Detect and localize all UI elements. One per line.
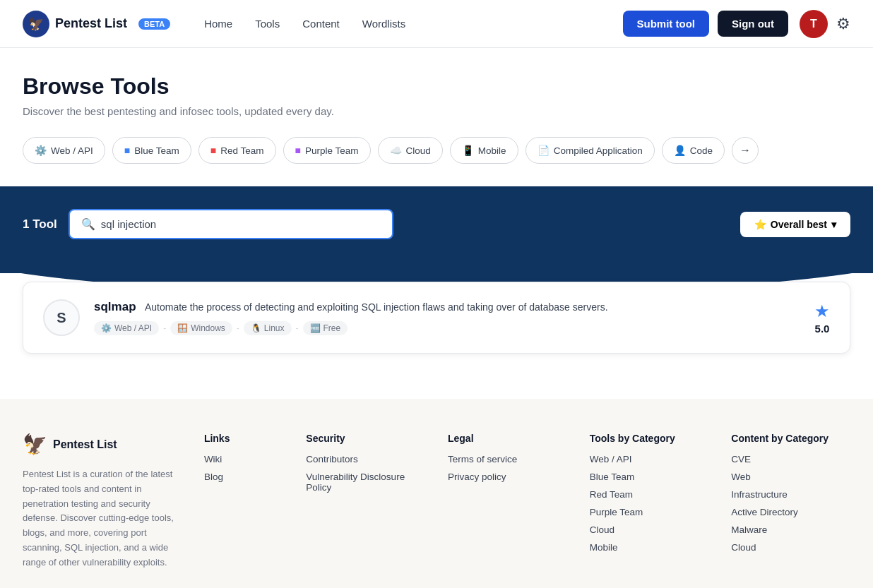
tool-tag-web-api: ⚙️ Web / API <box>94 321 159 335</box>
sort-label: Overall best <box>771 219 827 230</box>
footer-content-active-directory[interactable]: Active Directory <box>731 507 850 517</box>
tag-linux-icon: 🐧 <box>251 323 261 333</box>
filter-label-compiled-app: Compiled Application <box>554 145 643 156</box>
footer-link-terms[interactable]: Terms of service <box>448 454 567 464</box>
svg-text:🦅: 🦅 <box>28 16 44 32</box>
tool-name: sqlmap <box>94 300 136 313</box>
browse-subtitle: Discover the best pentesting and infosec… <box>23 105 850 117</box>
nav-beta-badge: BETA <box>138 18 170 30</box>
filter-label-purple-team: Purple Team <box>305 145 359 156</box>
footer-tool-blue-team[interactable]: Blue Team <box>590 472 709 482</box>
gear-icon[interactable]: ⚙ <box>836 15 850 33</box>
filter-label-cloud: Cloud <box>406 145 431 156</box>
filter-chip-red-team[interactable]: ■ Red Team <box>198 137 276 164</box>
scroll-right-button[interactable]: → <box>732 137 759 164</box>
footer-tools-col: Tools by Category Web / API Blue Team Re… <box>590 433 709 570</box>
tool-tag-linux: 🐧 Linux <box>244 321 292 335</box>
footer-content-web[interactable]: Web <box>731 472 850 482</box>
nav-links: Home Tools Content Wordlists <box>204 18 405 30</box>
tag-divider-3: - <box>296 323 299 333</box>
tool-avatar: S <box>43 299 80 336</box>
footer-tool-web-api[interactable]: Web / API <box>590 454 709 464</box>
blue-team-icon: ■ <box>124 145 130 156</box>
footer-tool-red-team[interactable]: Red Team <box>590 489 709 500</box>
nav-link-content[interactable]: Content <box>302 18 340 30</box>
footer-link-blog[interactable]: Blog <box>204 472 283 482</box>
footer-logo-text: Pentest List <box>53 438 117 451</box>
footer-tool-purple-team[interactable]: Purple Team <box>590 507 709 517</box>
footer-content-title: Content by Category <box>731 433 850 444</box>
search-row: 1 Tool 🔍 ⭐ Overall best ▾ <box>23 209 850 239</box>
nav-link-tools[interactable]: Tools <box>255 18 280 30</box>
browse-title: Browse Tools <box>23 73 850 100</box>
tag-divider-1: - <box>163 323 166 333</box>
nav-logo[interactable]: 🦅 Pentest List BETA <box>23 11 170 37</box>
filter-label-mobile: Mobile <box>478 145 506 156</box>
footer-brand: 🦅 Pentest List Pentest List is a curatio… <box>23 433 182 570</box>
footer-security-title: Security <box>306 433 425 444</box>
footer-tool-cloud[interactable]: Cloud <box>590 524 709 535</box>
tool-star-icon: ★ <box>814 301 830 321</box>
avatar: T <box>800 10 828 38</box>
filter-label-web-api: Web / API <box>51 145 93 156</box>
navbar: 🦅 Pentest List BETA Home Tools Content W… <box>0 0 873 48</box>
tag-divider-2: - <box>237 323 239 333</box>
footer-link-privacy[interactable]: Privacy policy <box>448 472 567 482</box>
filter-label-blue-team: Blue Team <box>134 145 179 156</box>
footer-tool-mobile[interactable]: Mobile <box>590 542 709 553</box>
cloud-icon: ☁️ <box>390 145 402 156</box>
filter-label-red-team: Red Team <box>220 145 263 156</box>
search-icon: 🔍 <box>81 217 95 231</box>
footer-link-wiki[interactable]: Wiki <box>204 454 283 464</box>
submit-tool-button[interactable]: Submit tool <box>623 11 710 37</box>
sort-button[interactable]: ⭐ Overall best ▾ <box>740 212 850 237</box>
footer-legal-title: Legal <box>448 433 567 444</box>
red-team-icon: ■ <box>210 145 216 156</box>
nav-link-wordlists[interactable]: Wordlists <box>362 18 405 30</box>
footer-content-col: Content by Category CVE Web Infrastructu… <box>731 433 850 570</box>
filter-chip-compiled-app[interactable]: 📄 Compiled Application <box>525 137 655 164</box>
logo-icon: 🦅 <box>23 11 49 37</box>
filter-chip-web-api[interactable]: ⚙️ Web / API <box>23 137 105 164</box>
footer-link-vuln-disclosure[interactable]: Vulnerability Disclosure Policy <box>306 472 425 493</box>
footer-content-infrastructure[interactable]: Infrastructure <box>731 489 850 500</box>
nav-logo-text: Pentest List <box>55 16 127 31</box>
filter-chip-purple-team[interactable]: ■ Purple Team <box>283 137 371 164</box>
footer-security-col: Security Contributors Vulnerability Disc… <box>306 433 425 570</box>
tool-score: 5.0 <box>815 323 830 335</box>
tool-description: Automate the process of detecting and ex… <box>145 301 608 313</box>
filter-chip-mobile[interactable]: 📱 Mobile <box>450 137 518 164</box>
tag-free-label: Free <box>323 323 341 333</box>
tag-web-api-icon: ⚙️ <box>101 323 112 333</box>
filter-chips: ⚙️ Web / API ■ Blue Team ■ Red Team ■ Pu… <box>23 137 850 169</box>
search-section: 1 Tool 🔍 ⭐ Overall best ▾ <box>0 186 873 273</box>
mobile-icon: 📱 <box>462 145 474 156</box>
signout-button[interactable]: Sign out <box>718 11 788 37</box>
footer-content-malware[interactable]: Malware <box>731 524 850 535</box>
search-input[interactable] <box>101 218 381 230</box>
footer-link-contributors[interactable]: Contributors <box>306 454 425 464</box>
nav-link-home[interactable]: Home <box>204 18 232 30</box>
tool-card[interactable]: S sqlmap Automate the process of detecti… <box>23 282 850 354</box>
tag-web-api-label: Web / API <box>114 323 152 333</box>
footer-tools-title: Tools by Category <box>590 433 709 444</box>
tool-count: 1 Tool <box>23 217 57 232</box>
footer-content-cve[interactable]: CVE <box>731 454 850 464</box>
filter-chip-cloud[interactable]: ☁️ Cloud <box>378 137 443 164</box>
filter-label-code: Code <box>690 145 713 156</box>
footer-logo-icon: 🦅 <box>23 433 47 456</box>
tag-free-icon: 🆓 <box>310 323 321 333</box>
sort-chevron-icon: ▾ <box>831 219 836 230</box>
footer-content-cloud[interactable]: Cloud <box>731 542 850 553</box>
filter-chip-blue-team[interactable]: ■ Blue Team <box>112 137 191 164</box>
footer-links-col: Links Wiki Blog <box>204 433 283 570</box>
footer-description: Pentest List is a curation of the latest… <box>23 467 182 570</box>
footer-links-title: Links <box>204 433 283 444</box>
tag-windows-icon: 🪟 <box>177 323 188 333</box>
tag-linux-label: Linux <box>264 323 285 333</box>
footer: 🦅 Pentest List Pentest List is a curatio… <box>0 399 873 588</box>
tool-card-wrapper: S sqlmap Automate the process of detecti… <box>0 282 873 354</box>
compiled-app-icon: 📄 <box>538 145 550 156</box>
filter-chip-code[interactable]: 👤 Code <box>662 137 725 164</box>
tool-tags: ⚙️ Web / API - 🪟 Windows - 🐧 Linux - 🆓 F… <box>94 321 800 335</box>
